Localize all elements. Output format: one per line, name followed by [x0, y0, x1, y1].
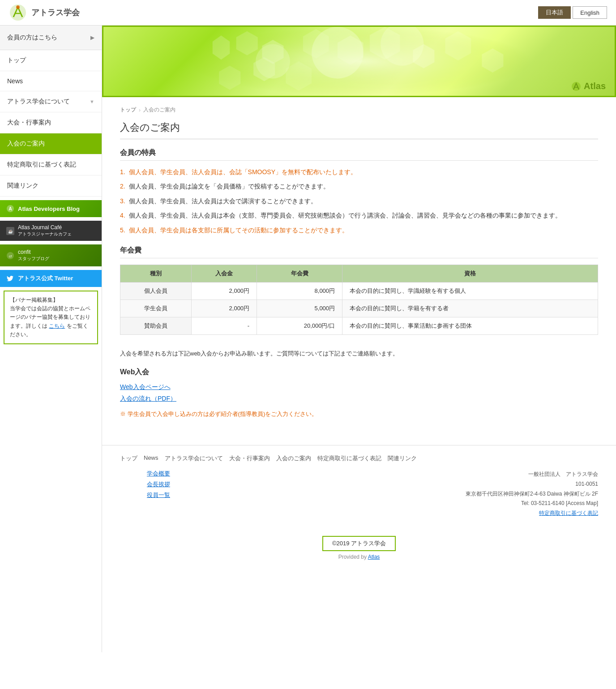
fee-entrance-supporting: - — [191, 317, 257, 334]
fee-type-student: 学生会員 — [120, 300, 192, 317]
fee-annual-supporting: 20,000円/口 — [257, 317, 342, 334]
footer-link-officers[interactable]: 役員一覧 — [147, 491, 170, 499]
sidebar-news-label: News — [7, 77, 23, 85]
footer-link-rel-links[interactable]: 関連リンク — [388, 454, 417, 462]
lang-jp-button[interactable]: 日本語 — [538, 6, 571, 19]
site-title: アトラス学会 — [31, 7, 80, 18]
org-line4: Tel: 03-5211-6140 [Access Map] — [466, 499, 598, 509]
org-line2: 101-0051 — [466, 479, 598, 489]
hero-banner: Atlas — [102, 26, 616, 97]
hero-background — [103, 27, 615, 96]
sidebar-events-label: 大会・行事案内 — [7, 119, 51, 127]
svg-text:☕: ☕ — [8, 229, 13, 234]
benefit-num-2: 2. — [120, 183, 125, 190]
content-area: トップ › 入会のご案内 入会のご案内 会員の特典 1. 個人会員、学生会員、法… — [102, 97, 616, 427]
sidebar-item-legal[interactable]: 特定商取引に基づく表記 — [0, 154, 102, 175]
fee-annual-individual: 8,000円 — [257, 282, 342, 300]
footer-link-president[interactable]: 会長挨拶 — [147, 480, 170, 488]
svg-point-21 — [312, 27, 364, 79]
footer-sub-links: 学会概要 会長挨拶 役員一覧 — [120, 470, 170, 499]
footer-link-legal[interactable]: 特定商取引に基づく表記 — [317, 454, 381, 462]
sidebar-join-label: 入会のご案内 — [7, 140, 45, 148]
svg-text:cf: cf — [9, 254, 12, 258]
benefit-1: 1. 個人会員、学生会員、法人会員は、会誌「SMOOSY」を無料で配布いたします… — [120, 167, 598, 177]
fee-col-qualification: 資格 — [342, 265, 598, 282]
twitter-icon — [6, 274, 14, 282]
fee-entrance-individual: 2,000円 — [191, 282, 257, 300]
footer-link-top[interactable]: トップ — [120, 454, 137, 462]
main-content: Atlas トップ › 入会のご案内 入会のご案内 会員の特典 1. 個人会員、… — [102, 26, 616, 573]
benefits-title: 会員の特典 — [120, 148, 598, 161]
fee-row-student: 学生会員 2,000円 5,000円 本会の目的に賛同し、学籍を有する者 — [120, 300, 598, 317]
sidebar-item-join[interactable]: 入会のご案内 — [0, 133, 102, 154]
fee-title: 年会費 — [120, 246, 598, 258]
sidebar-item-news[interactable]: News — [0, 71, 102, 91]
benefits-section: 会員の特典 1. 個人会員、学生会員、法人会員は、会誌「SMOOSY」を無料で配… — [120, 148, 598, 235]
page-title: 入会のご案内 — [120, 121, 598, 139]
ad-title: 【バナー掲載募集】 — [10, 297, 58, 303]
fee-col-type: 種別 — [120, 265, 192, 282]
fee-annual-student: 5,000円 — [257, 300, 342, 317]
ad-link[interactable]: こちら — [49, 323, 65, 329]
footer-link-overview[interactable]: 学会概要 — [147, 470, 170, 478]
benefit-num-3: 3. — [120, 197, 125, 205]
footer-link-news[interactable]: News — [144, 454, 158, 461]
footer-link-join[interactable]: 入会のご案内 — [276, 454, 311, 462]
sidebar-item-top[interactable]: トップ — [0, 50, 102, 71]
breadcrumb: トップ › 入会のご案内 — [120, 106, 598, 114]
cafe-icon: ☕ — [6, 227, 14, 235]
benefit-num-1: 1. — [120, 168, 125, 175]
benefit-num-5: 5. — [120, 227, 125, 234]
join-note: 入会を希望される方は下記web入会からお申込み願います。ご質問等については下記ま… — [120, 348, 598, 359]
confit-icon: cf — [6, 252, 14, 260]
copyright-box: ©2019 アトラス学会 — [322, 536, 396, 551]
language-switcher: 日本語 English — [538, 6, 607, 19]
twitter-banner[interactable]: アトラス公式 Twitter — [0, 270, 102, 287]
fee-type-supporting: 賛助会員 — [120, 317, 192, 334]
confit-banner[interactable]: cf confitスタッフブログ — [0, 244, 102, 266]
benefit-text-1: 個人会員、学生会員、法人会員は、会誌「SMOOSY」を無料で配布いたします。 — [129, 168, 357, 175]
sidebar-legal-label: 特定商取引に基づく表記 — [7, 161, 76, 169]
breadcrumb-current: 入会のご案内 — [143, 106, 175, 114]
footer-org-info: 一般社団法人 アトラス学会 101-0051 東京都千代田区神田神保町2-4-6… — [466, 470, 598, 518]
sidebar-item-about[interactable]: アトラス学会について ▼ — [0, 91, 102, 112]
fee-qual-supporting: 本会の目的に賛同し、事業活動に参画する団体 — [342, 317, 598, 334]
sidebar-item-links[interactable]: 関連リンク — [0, 175, 102, 197]
benefit-text-3: 個人会員、学生会員、法人会員は大会で講演することができます。 — [129, 197, 317, 205]
provided-by: Provided by Atlas — [124, 554, 594, 560]
web-join-link[interactable]: Web入会ページへ — [120, 383, 598, 391]
svg-text:A: A — [9, 206, 12, 211]
footer-link-events[interactable]: 大会・行事案内 — [229, 454, 270, 462]
journal-cafe-banner[interactable]: ☕ Atlas Journal Caféアトラスジャーナルカフェ — [0, 221, 102, 241]
ad-box: 【バナー掲載募集】 当学会では会誌の協賛とホームページのバナー協賛を募集しており… — [4, 291, 98, 344]
svg-point-23 — [256, 44, 290, 79]
org-line3: 東京都千代田区神田神保町2-4-63 Daiwa 神保町ビル 2F — [466, 489, 598, 499]
header-logo: アトラス学会 — [9, 4, 80, 21]
pdf-link[interactable]: 入会の流れ（PDF） — [120, 395, 598, 403]
benefit-text-5: 個人会員、学生会員は各支部に所属してその活動に参加することができます。 — [129, 227, 348, 234]
fee-type-individual: 個人会員 — [120, 282, 192, 300]
org-legal-link[interactable]: 特定商取引に基づく表記 — [539, 510, 598, 516]
fee-row-individual: 個人会員 2,000円 8,000円 本会の目的に賛同し、学識経験を有する個人 — [120, 282, 598, 300]
student-note: ※ 学生会員で入会申し込みの方は必ず紹介者(指導教員)をご入力ください。 — [120, 410, 598, 418]
copyright-text: ©2019 アトラス学会 — [332, 540, 386, 547]
benefit-5: 5. 個人会員、学生会員は各支部に所属してその活動に参加することができます。 — [120, 225, 598, 235]
breadcrumb-top[interactable]: トップ — [120, 106, 136, 114]
sidebar-item-events[interactable]: 大会・行事案内 — [0, 112, 102, 133]
fee-qual-individual: 本会の目的に賛同し、学識経験を有する個人 — [342, 282, 598, 300]
fee-col-entrance: 入会金 — [191, 265, 257, 282]
provided-by-link[interactable]: Atlas — [368, 554, 380, 560]
member-link-text: 会員の方はこちら — [7, 34, 57, 42]
lang-en-button[interactable]: English — [573, 6, 607, 19]
footer-nav: トップ News アトラス学会について 大会・行事案内 入会のご案内 特定商取引… — [120, 454, 598, 462]
footer-link-about[interactable]: アトラス学会について — [165, 454, 223, 462]
benefit-num-4: 4. — [120, 212, 125, 219]
twitter-text: アトラス公式 Twitter — [18, 274, 73, 282]
fee-row-supporting: 賛助会員 - 20,000円/口 本会の目的に賛同し、事業活動に参画する団体 — [120, 317, 598, 334]
dev-blog-banner[interactable]: A Atlas Developers Blog — [0, 200, 102, 217]
header: アトラス学会 日本語 English — [0, 0, 616, 26]
svg-point-1 — [16, 5, 20, 9]
hero-atlas-text: Atlas — [584, 81, 606, 91]
dev-blog-text: Atlas Developers Blog — [18, 205, 80, 212]
member-link[interactable]: 会員の方はこちら ▶ — [0, 26, 102, 50]
